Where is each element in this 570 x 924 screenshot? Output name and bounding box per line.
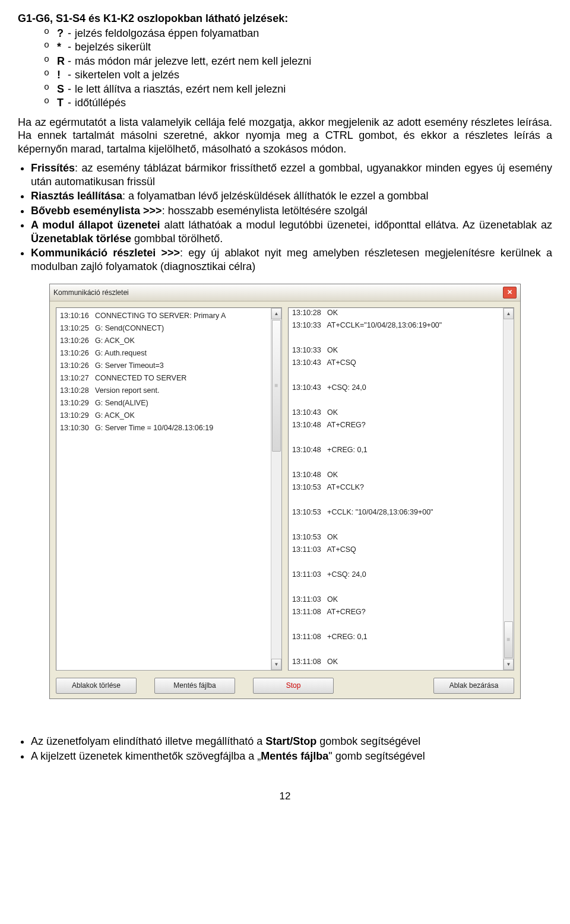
scroll-up-icon[interactable]: ▲: [504, 308, 514, 319]
scroll-down-icon[interactable]: ▼: [504, 659, 514, 670]
left-log-pane: 13:10:16 CONNECTING TO SERVER: Primary A…: [56, 307, 282, 671]
clear-windows-button[interactable]: Ablakok törlése: [56, 678, 137, 694]
legend-list: o?-jelzés feldolgozása éppen folyamatban…: [18, 27, 552, 110]
legend-row: oT-időtúllépés: [44, 96, 552, 110]
comm-details-window: Kommunikáció részletei ✕ 13:10:16 CONNEC…: [49, 284, 521, 699]
right-log-pane: 13:10:24 CONNECT OK 13:10:24 AT+CIFSR 13…: [288, 307, 514, 671]
legend-row: oR-más módon már jelezve lett, ezért nem…: [44, 55, 552, 68]
left-log-content[interactable]: 13:10:16 CONNECTING TO SERVER: Primary A…: [56, 308, 271, 670]
stop-button[interactable]: Stop: [253, 678, 334, 694]
list-circle-icon: o: [44, 55, 57, 66]
feature-bullets: Frissítés: az esemény táblázat bármikor …: [18, 161, 552, 273]
legend-row: oS-le lett állítva a riasztás, ezért nem…: [44, 82, 552, 96]
feature-item: Riasztás leállítása: a folyamatban lévő …: [31, 189, 552, 203]
legend-heading: G1-G6, S1-S4 és K1-K2 oszlopokban láthat…: [18, 12, 552, 26]
legend-row: o?-jelzés feldolgozása éppen folyamatban: [44, 27, 552, 40]
list-circle-icon: o: [44, 68, 57, 80]
list-circle-icon: o: [44, 82, 57, 94]
legend-text: bejelzés sikerült: [75, 40, 552, 54]
legend-row: o!-sikertelen volt a jelzés: [44, 68, 552, 82]
feature-item: A modul állapot üzenetei alatt láthatóak…: [31, 218, 552, 245]
legend-symbol: !: [57, 68, 68, 82]
close-icon[interactable]: ✕: [503, 287, 517, 299]
feature-item: Frissítés: az esemény táblázat bármikor …: [31, 161, 552, 188]
legend-text: más módon már jelezve lett, ezért nem ke…: [75, 55, 552, 68]
footer-item: A kijelzett üzenetek kimenthetők szövegf…: [31, 750, 552, 763]
scroll-down-icon[interactable]: ▼: [271, 659, 281, 670]
legend-symbol: T: [57, 96, 68, 110]
list-circle-icon: o: [44, 40, 57, 52]
footer-item: Az üzenetfolyam elindítható illetve megá…: [31, 735, 552, 748]
close-window-button[interactable]: Ablak bezárása: [433, 678, 514, 694]
legend-text: le lett állítva a riasztás, ezért nem ke…: [75, 82, 552, 96]
paragraph-hover-info: Ha az egérmutatót a lista valamelyik cel…: [18, 116, 552, 156]
footer-bullets: Az üzenetfolyam elindítható illetve megá…: [18, 735, 552, 763]
scrollbar-right[interactable]: ▲ ▼: [503, 308, 514, 670]
list-circle-icon: o: [44, 27, 57, 38]
feature-item: Bővebb eseménylista >>>: hosszabb esemén…: [31, 204, 552, 218]
scroll-up-icon[interactable]: ▲: [271, 308, 281, 319]
feature-item: Kommunikáció részletei >>>: egy új ablak…: [31, 246, 552, 273]
legend-symbol: S: [57, 82, 68, 96]
window-titlebar: Kommunikáció részletei ✕: [50, 284, 520, 301]
legend-text: időtúllépés: [75, 96, 552, 110]
page-number: 12: [18, 790, 552, 802]
window-title: Kommunikáció részletei: [53, 288, 129, 297]
legend-text: jelzés feldolgozása éppen folyamatban: [75, 27, 552, 40]
legend-symbol: *: [57, 40, 68, 54]
legend-symbol: ?: [57, 27, 68, 40]
save-to-file-button[interactable]: Mentés fájlba: [154, 678, 235, 694]
legend-text: sikertelen volt a jelzés: [75, 68, 552, 82]
right-log-content[interactable]: 13:10:24 CONNECT OK 13:10:24 AT+CIFSR 13…: [289, 308, 503, 670]
scrollbar-left[interactable]: ▲ ▼: [271, 308, 281, 670]
list-circle-icon: o: [44, 96, 57, 107]
legend-symbol: R: [57, 55, 68, 68]
legend-row: o*-bejelzés sikerült: [44, 40, 552, 54]
